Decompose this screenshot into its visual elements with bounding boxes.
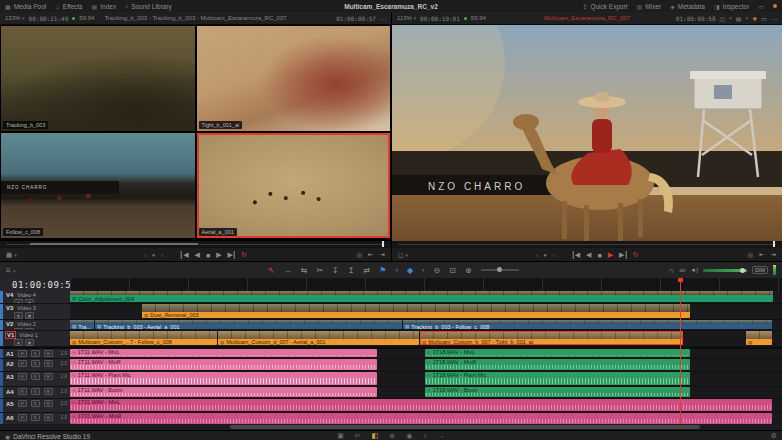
go-to-end-button[interactable]: ▶ <box>228 251 235 259</box>
track-header-a4[interactable]: A4RSM2.0 <box>0 387 70 399</box>
track-header-v1[interactable]: V1Video 1◉▣ <box>0 331 70 347</box>
track-header-a2[interactable]: A2RSM2.0 <box>0 359 70 372</box>
track-header-v4[interactable]: V4Video 4◉▣ <box>0 291 70 304</box>
deliver-page-icon[interactable]: → <box>438 432 445 440</box>
track-id-v3[interactable]: V3 <box>6 305 13 311</box>
track-lane-v1[interactable]: ▤Multicam_Custom_...7 - Follow_c_008▤Mul… <box>70 331 782 347</box>
go-to-start-button[interactable]: ◀ <box>573 251 580 259</box>
multicam-angle-tracking[interactable]: Tracking_b_003 <box>1 26 195 131</box>
timeline-clip[interactable]: ▤Color_Adjustment_004 <box>70 291 773 302</box>
track-header-v3[interactable]: V3Video 3◉▣ <box>0 304 70 320</box>
timeline-ruler[interactable] <box>70 278 782 292</box>
trim-edit-mode-icon[interactable]: ↔ <box>284 266 292 275</box>
zoom-full-icon[interactable]: ⊡ <box>449 266 456 275</box>
auto-select-toggle[interactable]: ◉ <box>14 312 23 319</box>
solo-toggle[interactable]: S <box>31 350 40 357</box>
track-header-a6[interactable]: A6RSM2.0 <box>0 413 70 424</box>
timeline-clip[interactable]: ∿1T01.WAV - MixR <box>70 413 772 424</box>
mute-toggle[interactable]: M <box>44 388 53 395</box>
mute-toggle[interactable]: M <box>44 350 53 357</box>
timeline-clip[interactable]: ∿1T18.WAV - MixL <box>425 349 690 357</box>
go-to-in-icon[interactable]: ⇤ <box>759 251 764 259</box>
project-settings-gear-icon[interactable]: ⚙ <box>771 432 777 439</box>
track-lane-a3[interactable]: ∿1T11.WAV - Plant Mic∿1T18.WAV - Plant M… <box>70 372 782 387</box>
timeline-clip[interactable]: ▤Dust_Removal_003 <box>142 304 690 318</box>
playhead[interactable] <box>680 278 681 424</box>
track-id-a4[interactable]: A4 <box>6 389 14 395</box>
mute-toggle[interactable]: M <box>44 360 53 367</box>
go-to-in-icon[interactable]: ⇤ <box>368 251 373 259</box>
gang-viewers-icon[interactable]: ❖ <box>752 15 757 22</box>
timeline-clip[interactable]: ∿1T01.WAV - MixL <box>70 399 772 411</box>
timeline-clip[interactable]: ∿1T18.WAV - Boom <box>425 387 690 397</box>
track-enable-toggle[interactable]: ▣ <box>25 339 34 346</box>
replace-clip-icon[interactable]: ⇄ <box>364 266 371 275</box>
play-button[interactable]: ▶ <box>608 251 613 259</box>
cut-page-icon[interactable]: ✄ <box>355 432 361 440</box>
source-more-icon[interactable]: ⋯ <box>380 15 386 22</box>
track-header-v2[interactable]: V2Video 2◉▣ <box>0 320 70 331</box>
track-id-a1[interactable]: A1 <box>6 351 14 357</box>
match-frame-icon[interactable]: ◎ <box>747 251 753 259</box>
media-pool-button[interactable]: ▦ Media Pool <box>5 3 46 10</box>
dim-button[interactable]: DIM <box>752 266 768 274</box>
stop-button[interactable]: ■ <box>597 252 601 259</box>
record-arm-toggle[interactable]: R <box>18 360 27 367</box>
step-back-button[interactable]: ◀ <box>586 251 591 259</box>
zoom-out-icon[interactable]: ⊖ <box>434 266 441 275</box>
multicam-view-select[interactable]: ▦ ▾ <box>6 251 17 259</box>
zoom-in-icon[interactable]: ⊕ <box>465 266 472 275</box>
record-arm-toggle[interactable]: R <box>18 373 27 380</box>
multicam-angle-follow[interactable]: NZO CHARRO Follow_c_008 <box>1 133 195 238</box>
marker-icon[interactable]: ◆ <box>407 266 413 275</box>
timeline-clip[interactable]: ∿1T11.WAV - MixL <box>70 349 377 357</box>
metadata-button[interactable]: ◈ Metadata <box>670 3 705 10</box>
step-back-button[interactable]: ◀ <box>195 251 200 259</box>
play-button[interactable]: ▶ <box>216 251 221 259</box>
program-more-icon[interactable]: ⋯ <box>771 15 777 22</box>
track-lane-a1[interactable]: ∿1T11.WAV - MixL∿1T18.WAV - MixL <box>70 349 782 359</box>
timeline-horizontal-scrollbar[interactable] <box>230 425 700 429</box>
solo-toggle[interactable]: S <box>31 360 40 367</box>
link-clips-icon[interactable]: ∞ <box>679 266 685 275</box>
index-button[interactable]: ▤ Index <box>92 3 117 10</box>
go-to-end-button[interactable]: ▶ <box>619 251 626 259</box>
track-lane-v4[interactable]: ▤Color_Adjustment_004 <box>70 291 782 304</box>
grid-view-icon[interactable]: ◫ <box>720 15 726 22</box>
inspector-button[interactable]: ◨ Inspector <box>714 3 749 10</box>
track-id-a2[interactable]: A2 <box>6 361 14 367</box>
source-clip-title[interactable]: Tracking_b_003 - Tracking_b_003 - Multic… <box>104 15 286 21</box>
flag-icon[interactable]: ⚑ <box>379 266 386 275</box>
sound-library-button[interactable]: ♪ Sound Library <box>125 3 171 10</box>
auto-select-toggle[interactable]: ◉ <box>14 339 23 346</box>
track-enable-toggle[interactable]: ▣ <box>25 312 34 319</box>
mute-toggle[interactable]: M <box>44 400 53 407</box>
timeline-clip[interactable]: ∿1T11.WAV - Boom <box>70 387 377 397</box>
color-page-icon[interactable]: ◉ <box>406 432 412 440</box>
expand-viewer-icon[interactable]: ▭ <box>761 15 767 22</box>
match-frame-icon[interactable]: ◎ <box>356 251 362 259</box>
jog-control[interactable]: ‹ ● › <box>144 252 165 258</box>
program-zoom-select[interactable]: 113% ▾ <box>397 15 416 21</box>
timeline-clip[interactable]: ▤Tra..._al <box>70 320 94 329</box>
track-id-a6[interactable]: A6 <box>6 415 14 421</box>
jog-control[interactable]: ‹ ● › <box>536 252 557 258</box>
snap-icon[interactable]: ∩ <box>669 266 675 275</box>
overwrite-clip-icon[interactable]: ↥ <box>348 266 355 275</box>
source-scrubber[interactable] <box>0 241 391 248</box>
track-lane-v2[interactable]: ▤Tra..._al▤Tracking_b_003 - Aerial_a_001… <box>70 320 782 331</box>
mute-toggle[interactable]: M <box>44 414 53 421</box>
source-zoom-select[interactable]: 133% ▾ <box>5 15 25 21</box>
timeline-clip[interactable]: ∿1T18.WAV - MixR <box>425 359 690 370</box>
record-arm-toggle[interactable]: R <box>18 350 27 357</box>
edit-page-icon[interactable]: ◧ <box>372 432 379 440</box>
program-scrub-playhead[interactable] <box>773 241 775 247</box>
track-lane-a5[interactable]: ∿1T01.WAV - MixL <box>70 399 782 413</box>
stop-button[interactable]: ■ <box>206 252 210 259</box>
loop-button[interactable]: ↻ <box>632 251 638 259</box>
track-lane-a6[interactable]: ∿1T01.WAV - MixR <box>70 413 782 424</box>
timeline-clip[interactable]: ∿1T11.WAV - MixR <box>70 359 377 370</box>
fusion-page-icon[interactable]: ⊛ <box>389 432 395 440</box>
selection-mode-icon[interactable]: ↖ <box>268 266 275 275</box>
insert-clip-icon[interactable]: ↧ <box>332 266 339 275</box>
